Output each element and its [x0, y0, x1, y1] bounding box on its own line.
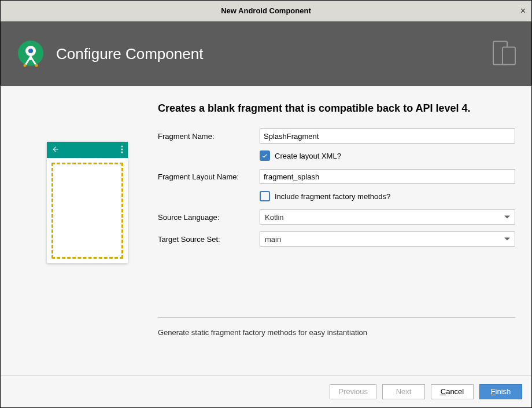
include-factory-label[interactable]: Include fragment factory methods?: [275, 192, 390, 201]
preview-placeholder: [51, 163, 123, 259]
header: Configure Component: [1, 21, 531, 86]
chevron-down-icon: [504, 238, 510, 241]
devices-icon: [490, 38, 520, 70]
preview-body: [47, 158, 128, 263]
preview-appbar: [47, 142, 128, 158]
dialog-window: New Android Component × Configure Compon…: [0, 0, 532, 408]
source-language-value: Kotlin: [265, 213, 284, 222]
finish-button[interactable]: Finish: [479, 384, 522, 399]
divider: [158, 317, 515, 318]
source-language-select[interactable]: Kotlin: [260, 209, 515, 225]
create-layout-label[interactable]: Create layout XML?: [275, 152, 341, 160]
chevron-down-icon: [504, 216, 510, 219]
layout-name-input[interactable]: [260, 169, 515, 184]
device-preview: [47, 142, 128, 263]
create-layout-checkbox[interactable]: [260, 150, 270, 161]
overflow-menu-icon: [121, 145, 123, 155]
close-icon[interactable]: ×: [520, 6, 526, 16]
svg-point-2: [28, 49, 33, 53]
previous-button: Previous: [330, 384, 376, 399]
cancel-button[interactable]: Cancel: [431, 384, 474, 399]
back-icon: [51, 145, 60, 155]
window-title: New Android Component: [221, 6, 311, 15]
source-language-label: Source Language:: [158, 213, 260, 222]
include-factory-checkbox[interactable]: [260, 191, 270, 201]
target-source-set-value: main: [265, 235, 281, 244]
svg-point-10: [121, 151, 123, 153]
svg-rect-7: [503, 47, 515, 65]
page-title: Configure Component: [56, 45, 203, 63]
fragment-name-input[interactable]: [260, 128, 515, 144]
preview-column: [17, 101, 158, 363]
helper-text: Generate static fragment factory methods…: [158, 328, 515, 337]
titlebar: New Android Component ×: [1, 1, 531, 21]
layout-name-label: Fragment Layout Name:: [158, 172, 260, 181]
form-column: Creates a blank fragment that is compati…: [158, 101, 515, 363]
svg-point-8: [121, 145, 123, 147]
svg-point-5: [35, 64, 38, 67]
svg-point-9: [121, 148, 123, 150]
target-source-set-label: Target Source Set:: [158, 235, 260, 244]
android-studio-icon: [17, 39, 45, 69]
form-description: Creates a blank fragment that is compati…: [158, 101, 515, 116]
next-button: Next: [382, 384, 425, 399]
dialog-footer: Previous Next Cancel Finish: [1, 375, 531, 407]
fragment-name-label: Fragment Name:: [158, 132, 260, 141]
target-source-set-select[interactable]: main: [260, 231, 515, 247]
content-area: Creates a blank fragment that is compati…: [1, 86, 531, 375]
svg-point-4: [24, 64, 27, 67]
